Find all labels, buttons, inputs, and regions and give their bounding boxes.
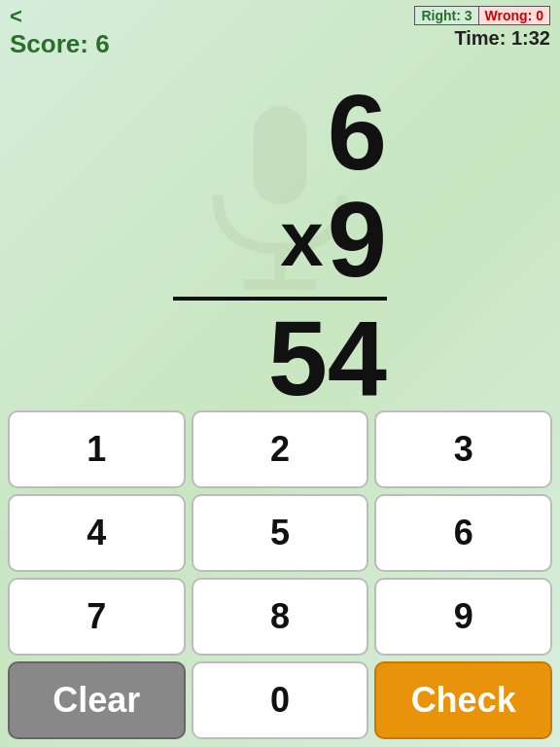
problem-container: 6 x 9 54 — [173, 79, 387, 411]
keypad: 1 2 3 4 5 6 7 8 9 Clear 0 Check — [0, 403, 560, 747]
right-wrong-display: Right: 3 Wrong: 0 — [414, 6, 550, 25]
key-1[interactable]: 1 — [8, 410, 186, 488]
key-3[interactable]: 3 — [374, 410, 552, 488]
key-4[interactable]: 4 — [8, 494, 186, 572]
number1: 6 — [328, 79, 387, 186]
key-6[interactable]: 6 — [374, 494, 552, 572]
header: < Score: 6 Right: 3 Wrong: 0 Time: 1:32 — [0, 0, 560, 59]
score-display: Score: 6 — [10, 29, 110, 59]
right-count: Right: 3 — [415, 7, 478, 24]
back-button[interactable]: < — [10, 6, 110, 27]
check-button[interactable]: Check — [374, 661, 552, 739]
math-problem-area: 6 x 9 54 I'm listening... — [0, 79, 560, 444]
number2-row: x 9 — [280, 186, 387, 293]
bottom-row: Clear 0 Check — [8, 661, 552, 739]
key-5[interactable]: 5 — [192, 494, 369, 572]
operator-symbol: x — [280, 200, 324, 278]
timer-display: Time: 1:32 — [454, 27, 550, 50]
wrong-count: Wrong: 0 — [479, 7, 549, 24]
key-7[interactable]: 7 — [8, 578, 186, 656]
stats-block: Right: 3 Wrong: 0 Time: 1:32 — [414, 6, 550, 50]
key-8[interactable]: 8 — [192, 578, 369, 656]
clear-button[interactable]: Clear — [8, 661, 186, 739]
key-0[interactable]: 0 — [192, 661, 369, 739]
key-9[interactable]: 9 — [374, 578, 552, 656]
answer-result: 54 — [268, 304, 387, 411]
keypad-grid: 1 2 3 4 5 6 7 8 9 — [8, 410, 552, 656]
number2: 9 — [328, 186, 387, 293]
key-2[interactable]: 2 — [192, 410, 369, 488]
